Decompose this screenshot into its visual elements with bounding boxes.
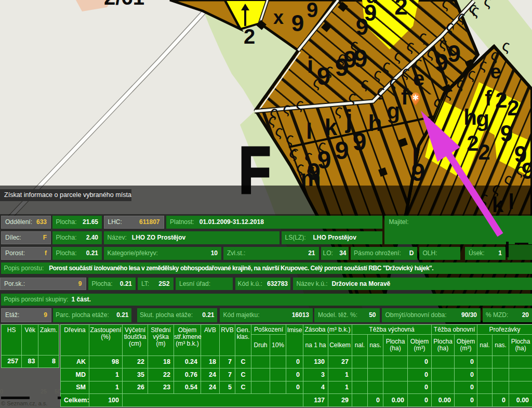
svg-text:9: 9 bbox=[411, 159, 425, 186]
svg-text:2: 2 bbox=[495, 88, 507, 112]
svg-text:e: e bbox=[490, 61, 501, 83]
svg-text:x: x bbox=[273, 7, 284, 28]
svg-text:9: 9 bbox=[435, 49, 448, 76]
svg-text:2/61: 2/61 bbox=[104, 0, 144, 9]
svg-text:9: 9 bbox=[447, 40, 461, 67]
svg-text:g: g bbox=[387, 99, 400, 123]
svg-text:2: 2 bbox=[394, 0, 408, 20]
svg-text:9: 9 bbox=[335, 137, 349, 164]
svg-text:i: i bbox=[307, 52, 313, 77]
svg-text:h: h bbox=[368, 110, 382, 136]
svg-text:9: 9 bbox=[356, 14, 368, 40]
svg-text:9: 9 bbox=[291, 10, 304, 36]
svg-text:j: j bbox=[345, 104, 353, 134]
svg-text:2: 2 bbox=[507, 96, 519, 120]
svg-text:k: k bbox=[325, 114, 338, 140]
svg-text:2: 2 bbox=[478, 140, 490, 164]
svg-text:9: 9 bbox=[307, 0, 318, 21]
svg-text:9: 9 bbox=[353, 128, 367, 155]
svg-text:f: f bbox=[401, 85, 409, 109]
svg-text:2: 2 bbox=[467, 131, 478, 155]
svg-text:l: l bbox=[306, 119, 312, 143]
svg-text:9: 9 bbox=[500, 121, 513, 146]
svg-text:2: 2 bbox=[244, 25, 255, 48]
svg-text:g: g bbox=[476, 107, 489, 131]
svg-text:h: h bbox=[463, 105, 477, 129]
